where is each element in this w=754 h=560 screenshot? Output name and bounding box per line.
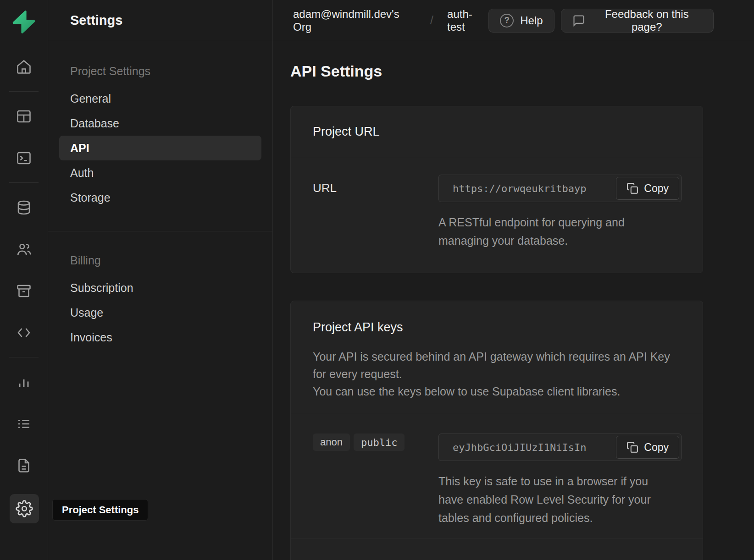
project-url-card: Project URL URL Copy [290,106,703,273]
public-badge: public [354,434,405,451]
logs-icon [16,416,32,432]
section-label-project-settings: Project Settings [59,59,261,83]
url-description: A RESTful endpoint for querying and mana… [438,213,645,250]
rail-item-logs[interactable] [9,403,39,445]
sidebar-item-invoices[interactable]: Invoices [59,325,261,350]
anon-key-description: This key is safe to use in a browser if … [438,472,670,527]
anon-key-badges: anon public [313,434,438,451]
project-settings-tooltip: Project Settings [52,499,148,521]
sidebar-item-general[interactable]: General [59,86,261,111]
table-editor-icon [16,108,32,125]
main-column: adam@windmill.dev's Org / auth-test ? He… [273,0,754,560]
rail-item-table-editor[interactable] [9,95,39,137]
project-url-card-header: Project URL [291,106,703,157]
settings-gear-icon [16,500,33,517]
topbar: adam@windmill.dev's Org / auth-test ? He… [273,0,754,41]
api-settings-page: API Settings Project URL URL [273,41,754,560]
api-keys-card: Project API keys Your API is secured beh… [290,301,703,560]
anon-key-label-column: anon public [313,434,438,527]
feedback-bubble-icon [572,14,585,27]
url-field-label: URL [313,175,438,195]
url-label-column: URL [313,175,438,250]
api-keys-card-title: Project API keys [313,318,681,336]
reports-icon [16,374,32,390]
rail-divider [9,91,39,92]
url-field-row: URL Copy A RESTful endpoin [291,157,703,273]
feedback-button-label: Feedback on this page? [592,8,702,33]
rail-item-home[interactable] [9,46,39,88]
breadcrumb: adam@windmill.dev's Org / auth-test [293,8,488,33]
api-keys-intro-line1: Your API is secured behind an API gatewa… [313,348,675,383]
copy-icon [626,182,638,194]
page-title: API Settings [290,62,754,80]
docs-icon [16,457,32,474]
feedback-button[interactable]: Feedback on this page? [561,9,714,33]
sidebar-item-auth[interactable]: Auth [59,160,261,185]
help-icon: ? [500,14,514,27]
url-input-wrap: Copy [438,175,682,202]
help-button-label: Help [520,14,543,27]
copy-icon [626,441,638,453]
rail-item-sql-editor[interactable] [9,137,39,179]
rail-divider [9,182,39,183]
copy-button-label: Copy [644,441,669,454]
rail-divider [9,357,39,357]
api-keys-card-header: Project API keys Your API is secured beh… [291,301,703,414]
topbar-actions: ? Help Feedback on this page? [488,9,714,33]
rail-item-storage[interactable] [9,270,39,312]
rail-item-reports[interactable] [9,361,39,403]
project-url-card-title: Project URL [313,123,681,140]
api-keys-intro: Your API is secured behind an API gatewa… [313,348,681,400]
api-keys-intro-line2: You can use the keys below to use Supaba… [313,383,675,400]
card-filler [291,538,703,560]
supabase-logo[interactable] [11,9,37,35]
sidebar-item-storage[interactable]: Storage [59,185,261,210]
url-field-main: Copy A RESTful endpoint for querying and… [438,175,682,250]
anon-key-input-wrap: Copy [438,434,682,461]
storage-icon [16,283,32,299]
app-root: Settings Project Settings General Databa… [0,0,754,560]
icon-rail [0,0,48,560]
breadcrumb-separator: / [430,13,433,27]
home-icon [16,59,32,75]
edge-functions-icon [16,324,32,341]
sql-editor-icon [16,150,32,166]
help-button[interactable]: ? Help [488,9,554,33]
copy-button-label: Copy [644,182,669,195]
settings-sidebar: Settings Project Settings General Databa… [48,0,273,560]
anon-key-main: Copy This key is safe to use in a browse… [438,434,682,527]
rail-item-docs[interactable] [9,445,39,486]
anon-badge: anon [313,434,350,451]
sidebar-item-database[interactable]: Database [59,111,261,136]
sidebar-item-api[interactable]: API [59,136,261,160]
anon-key-row: anon public Copy [291,414,703,538]
section-label-billing: Billing [59,248,261,273]
rail-item-database[interactable] [9,187,39,228]
sidebar-nav: Project Settings General Database API Au… [48,41,272,350]
rail-item-auth[interactable] [9,228,39,270]
auth-users-icon [16,241,32,258]
sidebar-divider [48,231,272,231]
sidebar-item-subscription[interactable]: Subscription [59,275,261,300]
breadcrumb-project[interactable]: auth-test [447,8,488,33]
sidebar-title: Settings [48,0,272,41]
breadcrumb-org[interactable]: adam@windmill.dev's Org [293,8,416,33]
database-icon [16,199,32,216]
copy-url-button[interactable]: Copy [616,177,679,200]
project-settings-gear-button[interactable] [10,494,39,523]
sidebar-item-usage[interactable]: Usage [59,300,261,325]
rail-item-edge-functions[interactable] [9,312,39,353]
copy-anon-key-button[interactable]: Copy [616,436,679,459]
